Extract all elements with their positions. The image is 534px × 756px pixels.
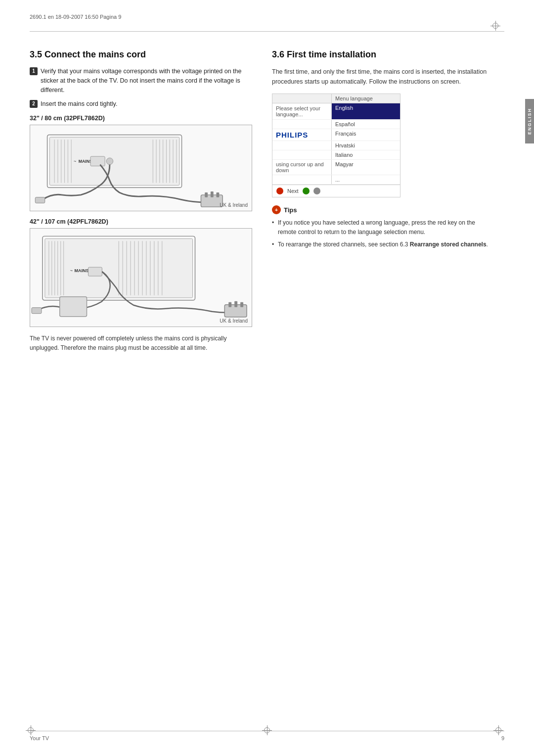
svg-rect-47 [88,267,102,276]
side-tab: ENGLISH [525,99,534,143]
table-row-hrvatski: Hrvatski [272,141,400,150]
svg-rect-17 [90,156,105,166]
svg-text:~: ~ [70,268,73,273]
table-row-francais: PHILIPS Français [272,129,400,141]
step1-badge: 1 [30,67,38,75]
lang-italiano: Italiano [332,150,400,159]
lang-francais: Français [332,129,400,141]
footer-right: 9 [501,735,504,741]
table-row-cursor: using cursor up and down Magyar [272,160,400,175]
menu-language-table: Menu language Please select your languag… [272,94,400,197]
step-1: 1 Verify that your mains voltage corresp… [30,67,252,94]
svg-rect-21 [211,191,214,197]
section36-heading: 3.6 First time installation [272,49,494,60]
diagram1-label: UK & Ireland [220,202,248,208]
green-button-icon [303,188,310,194]
lang-dots: ... [332,175,400,184]
main-columns: 3.5 Connect the mains cord 1 Verify that… [30,49,494,353]
diagram2-label: UK & Ireland [220,318,248,324]
table-header-right: Menu language [332,94,400,103]
left-column: 3.5 Connect the mains cord 1 Verify that… [30,49,252,353]
tips-heading: + Tips [272,205,494,214]
header-bar: 2690.1 en 18-09-2007 16:50 Pagina 9 [30,14,504,20]
step1-text: Verify that your mains voltage correspon… [41,67,252,94]
footer-left: Your TV [30,735,49,741]
tips-icon: + [272,205,281,214]
svg-rect-51 [240,302,243,307]
header-meta: 2690.1 en 18-09-2007 16:50 Pagina 9 [30,14,121,20]
tip1-text: If you notice you have selected a wrong … [278,219,475,236]
section35-heading: 3.5 Connect the mains cord [30,49,252,60]
table-button-row: Next [272,185,400,197]
table-row-italiano: Italiano [272,150,400,160]
diagram2-box: MAINS ~ UK & Ireland [30,228,252,327]
svg-rect-23 [35,197,44,203]
grey-button-icon [313,188,320,194]
step-2: 2 Insert the mains cord tightly. [30,99,252,109]
header-divider [30,31,504,32]
tip-2: To rearrange the stored channels, see se… [272,240,494,249]
table-row-select: Please select your language... English [272,103,400,120]
lang-hrvatski: Hrvatski [332,141,400,150]
table-row-dots: ... [272,175,400,185]
next-label: Next [287,188,299,194]
table-header: Menu language [272,94,400,103]
table-select-label: Please select your language... [272,103,332,119]
svg-rect-52 [32,308,42,314]
diagram1-svg: MAINS ~ [30,125,252,209]
lang-magyar: Magyar [332,160,400,175]
crosshair-top-right [490,21,500,31]
tips-section: + Tips If you notice you have selected a… [272,205,494,250]
diagram1-box: MAINS ~ UK & Ireland [30,125,252,211]
bottom-text: The TV is never powered off completely u… [30,334,252,353]
right-column: 3.6 First time installation The first ti… [272,49,494,353]
svg-point-18 [106,158,113,165]
tips-list: If you notice you have selected a wrong … [272,218,494,250]
diagram2-title: 42" / 107 cm (42PFL7862D) [30,218,252,225]
lang-english: English [332,103,400,119]
diagram2-svg: MAINS ~ [30,229,252,327]
tip-1: If you notice you have selected a wrong … [272,218,494,237]
tip2-text: To rearrange the stored channels, see se… [278,241,488,248]
lang-espanol: Español [332,120,400,129]
tips-label: Tips [284,206,297,214]
svg-rect-49 [228,302,231,307]
page-footer: Your TV 9 [30,731,504,741]
svg-rect-1 [49,137,179,185]
table-row-espanol: Español [272,120,400,129]
section36-intro: The first time, and only the first time,… [272,67,494,87]
side-tab-label: ENGLISH [527,108,532,135]
svg-text:MAINS: MAINS [75,268,89,273]
red-button-icon [276,188,283,194]
diagram1-title: 32" / 80 cm (32PFL7862D) [30,115,252,122]
svg-rect-20 [205,192,208,197]
svg-text:~: ~ [74,159,76,164]
tip2-bold: Rearrange stored channels [410,241,487,248]
svg-rect-50 [234,301,237,307]
step2-text: Insert the mains cord tightly. [41,99,117,109]
step2-badge: 2 [30,100,38,108]
svg-rect-53 [60,297,87,317]
table-header-left [272,94,332,103]
svg-rect-22 [217,192,220,197]
